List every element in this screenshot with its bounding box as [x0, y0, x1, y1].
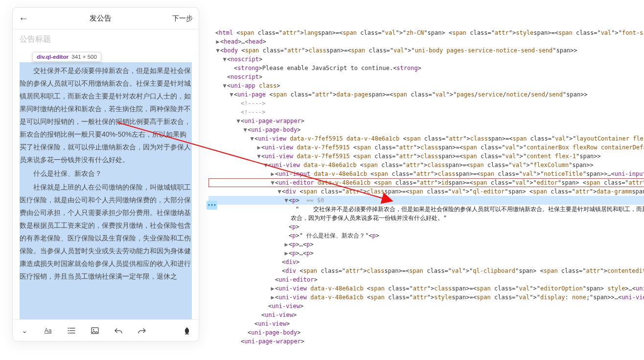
- dom-node[interactable]: ▶<uni-view data-v-48e6a1cb <span class="…: [208, 293, 644, 302]
- back-icon[interactable]: ←: [19, 13, 28, 24]
- dom-node[interactable]: ▼<uni-view data-v-7fef5915 <span class="…: [208, 152, 644, 161]
- list-icon[interactable]: [67, 327, 76, 334]
- chevron-down-icon[interactable]: ⌄: [20, 326, 29, 335]
- inspect-tooltip: div.ql-editor 341 × 500: [32, 52, 101, 62]
- paragraph[interactable]: 社保就是上班的人在公司缴纳的保险，叫做城镇职工医疗保险，就是由公司和个人共同缴纳…: [20, 181, 192, 283]
- dom-node[interactable]: <uni-editor>: [208, 275, 644, 284]
- inspect-selector: div.ql-editor: [37, 54, 69, 60]
- dom-node[interactable]: <p>" 什么是社保、新农合？"<p>: [208, 231, 644, 240]
- dom-node[interactable]: ▼<uni-app class>: [208, 81, 644, 90]
- phone-header: ← 发公告 下一步: [13, 8, 199, 29]
- svg-rect-2: [185, 334, 189, 335]
- next-button[interactable]: 下一步: [172, 14, 193, 23]
- dom-node[interactable]: <!---->: [208, 99, 644, 108]
- dom-node[interactable]: <div>: [208, 258, 644, 266]
- dom-node[interactable]: <uni-page-body>: [208, 328, 644, 337]
- dom-node[interactable]: ▼<uni-page <span class="attr">data-pages…: [208, 90, 644, 99]
- collapse-dots-icon[interactable]: •••: [207, 201, 217, 210]
- dom-node[interactable]: <uni-page-wrapper>: [208, 337, 644, 346]
- inspect-dims: 341 × 500: [71, 54, 96, 60]
- dom-node[interactable]: ▶<uni-view data-v-7fef5915 <span class="…: [208, 143, 644, 152]
- dom-node[interactable]: ▶<uni-input data-v-48e6a1cb <span class=…: [208, 169, 644, 178]
- dom-node[interactable]: ▼<body <span class="attr">classspan>=<sp…: [208, 46, 644, 55]
- phone-frame: ← 发公告 下一步 公告标题 div.ql-editor 341 × 500 交…: [13, 8, 199, 341]
- dom-node[interactable]: <!---->: [208, 108, 644, 117]
- marker-icon[interactable]: [182, 327, 192, 335]
- dom-node[interactable]: ▼<uni-editor data-v-48e6a1cb <span class…: [208, 178, 644, 187]
- editor-content[interactable]: 交社保并不是必须要停掉新农合，但是如果是社会保险的参保人员就可以不用缴纳新农合。…: [20, 47, 192, 283]
- dom-node[interactable]: ▼<p> == $0: [208, 196, 644, 205]
- image-icon[interactable]: [90, 327, 100, 334]
- dom-node[interactable]: ▼<uni-page-body>: [208, 125, 644, 134]
- dom-node[interactable]: ▶<p>…<p>: [208, 249, 644, 258]
- svg-point-1: [93, 329, 94, 330]
- dom-node[interactable]: <uni-view>: [208, 311, 644, 319]
- redo-icon[interactable]: [137, 328, 147, 334]
- devtools-panel: ••• <html <span class="attr">langspan>=<…: [207, 0, 644, 360]
- dom-node[interactable]: ▼<uni-view data-v-7fef5915 data-v-48e6a1…: [208, 134, 644, 143]
- dom-node[interactable]: <p>: [208, 222, 644, 231]
- dom-node[interactable]: ▶<uni-view data-v-48e6a1cb <span class="…: [208, 284, 644, 293]
- text-format-icon[interactable]: Aa: [43, 327, 53, 334]
- dom-node[interactable]: <html <span class="attr">langspan>=<span…: [208, 28, 644, 37]
- dom-node[interactable]: <noscript>: [208, 72, 644, 81]
- page-title: 发公告: [90, 14, 112, 23]
- dom-node[interactable]: " 交社保并不是必须要停掉新农合，但是如果是社会保险的参保人员就可以不用缴纳新农…: [208, 205, 644, 222]
- dom-node[interactable]: ▶<head>…<head>: [208, 37, 644, 46]
- dom-node[interactable]: <strong>Please enable JavaScript to cont…: [208, 64, 644, 72]
- undo-icon[interactable]: [114, 328, 123, 334]
- dom-node[interactable]: <uni-view>: [208, 319, 644, 328]
- dom-node[interactable]: ▼<noscript>: [208, 55, 644, 64]
- dom-node[interactable]: ▼<uni-view data-v-48e6a1cb <span class="…: [208, 161, 644, 169]
- paragraph[interactable]: 什么是社保、新农合？: [20, 167, 192, 180]
- dom-node[interactable]: <uni-view>: [208, 302, 644, 311]
- editor-area[interactable]: 交社保并不是必须要停掉新农合，但是如果是社会保险的参保人员就可以不用缴纳新农合。…: [13, 47, 199, 319]
- editor-toolbar: ⌄ Aa: [13, 319, 199, 341]
- phone-preview-column: ← 发公告 下一步 公告标题 div.ql-editor 341 × 500 交…: [0, 0, 207, 360]
- elements-tree[interactable]: ••• <html <span class="attr">langspan>=<…: [207, 0, 644, 360]
- dom-node[interactable]: ▼<uni-page-wrapper>: [208, 117, 644, 125]
- dom-node[interactable]: ▼<div <span class="attr">classspan>=<spa…: [208, 187, 644, 196]
- notice-title-input[interactable]: 公告标题: [13, 29, 199, 47]
- dom-node[interactable]: ▶<p>…<p>: [208, 240, 644, 249]
- dom-node[interactable]: <div <span class="attr">classspan>=<span…: [208, 266, 644, 275]
- paragraph[interactable]: 交社保并不是必须要停掉新农合，但是如果是社会保险的参保人员就可以不用缴纳新农合。…: [20, 64, 192, 166]
